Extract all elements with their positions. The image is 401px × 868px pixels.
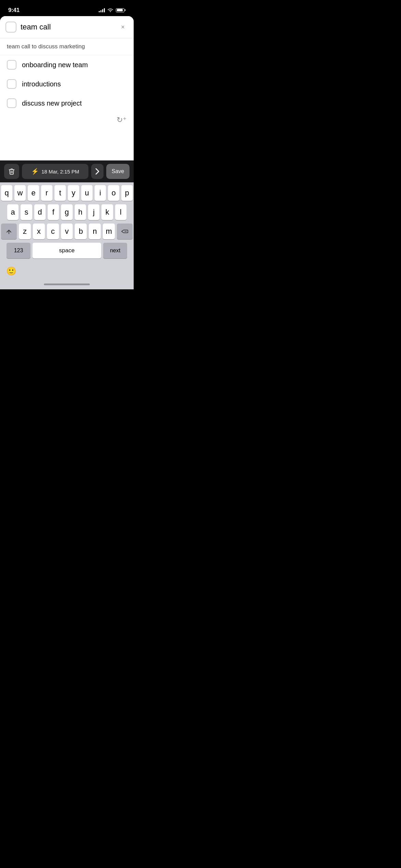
- save-button[interactable]: Save: [106, 164, 130, 179]
- key-emoji[interactable]: 🙂: [5, 263, 17, 279]
- key-w[interactable]: w: [14, 185, 26, 201]
- key-q[interactable]: q: [1, 185, 12, 201]
- key-h[interactable]: h: [75, 204, 86, 220]
- search-header: ×: [0, 16, 134, 38]
- header-checkbox[interactable]: [5, 22, 16, 33]
- key-shift[interactable]: [1, 224, 17, 239]
- key-f[interactable]: f: [48, 204, 59, 220]
- keyboard-row-2: a s d f g h j k l: [1, 204, 133, 220]
- key-n[interactable]: n: [89, 224, 101, 239]
- key-k[interactable]: k: [101, 204, 113, 220]
- refresh-icon[interactable]: ↻⁺: [117, 116, 127, 124]
- clear-button[interactable]: ×: [119, 22, 127, 32]
- key-o[interactable]: o: [108, 185, 119, 201]
- todo-item-2[interactable]: introductions: [0, 74, 134, 94]
- search-input[interactable]: [21, 23, 115, 32]
- key-delete[interactable]: [117, 224, 133, 239]
- key-d[interactable]: d: [34, 204, 46, 220]
- date-label: 18 Mar, 2:15 PM: [41, 169, 79, 174]
- todo-checkbox-1[interactable]: [7, 60, 16, 70]
- wifi-icon: [108, 8, 113, 13]
- key-s[interactable]: s: [21, 204, 32, 220]
- results-area: team call to discuss marketing onboardin…: [0, 38, 134, 160]
- refresh-icon-area: ↻⁺: [0, 113, 134, 127]
- key-j[interactable]: j: [88, 204, 99, 220]
- key-space[interactable]: space: [33, 243, 101, 258]
- trash-button[interactable]: [4, 164, 19, 179]
- key-u[interactable]: u: [81, 185, 93, 201]
- main-content: × team call to discuss marketing onboard…: [0, 16, 134, 289]
- key-b[interactable]: b: [75, 224, 87, 239]
- key-a[interactable]: a: [7, 204, 19, 220]
- todo-label-3: discuss new project: [22, 99, 82, 107]
- keyboard-row-3: z x c v b n m: [1, 224, 133, 239]
- key-i[interactable]: i: [95, 185, 106, 201]
- key-g[interactable]: g: [61, 204, 72, 220]
- subtitle-text: team call to discuss marketing: [0, 38, 134, 55]
- battery-icon: [116, 8, 125, 12]
- key-numbers[interactable]: 123: [7, 243, 31, 258]
- chevron-button[interactable]: [91, 164, 104, 179]
- keyboard: q w e r t y u i o p a s d f g h j k l: [0, 182, 134, 289]
- status-bar: 9:41: [0, 0, 134, 16]
- save-label: Save: [112, 168, 124, 174]
- todo-checkbox-3[interactable]: [7, 98, 16, 108]
- home-bar: [44, 284, 90, 285]
- lightning-icon: ⚡: [31, 168, 39, 175]
- todo-label-1: onboarding new team: [22, 61, 88, 69]
- key-r[interactable]: r: [41, 185, 52, 201]
- signal-icon: [99, 8, 105, 12]
- todo-checkbox-2[interactable]: [7, 79, 16, 89]
- key-e[interactable]: e: [28, 185, 39, 201]
- todo-label-2: introductions: [22, 80, 61, 88]
- key-t[interactable]: t: [54, 185, 66, 201]
- todo-item-3[interactable]: discuss new project: [0, 94, 134, 113]
- key-l[interactable]: l: [115, 204, 126, 220]
- status-icons: [99, 8, 125, 13]
- status-time: 9:41: [8, 7, 20, 14]
- key-p[interactable]: p: [121, 185, 133, 201]
- date-button[interactable]: ⚡ 18 Mar, 2:15 PM: [22, 164, 88, 179]
- key-next[interactable]: next: [103, 243, 127, 258]
- key-y[interactable]: y: [68, 185, 79, 201]
- key-m[interactable]: m: [103, 224, 115, 239]
- key-c[interactable]: c: [47, 224, 59, 239]
- key-z[interactable]: z: [19, 224, 31, 239]
- key-v[interactable]: v: [61, 224, 73, 239]
- home-indicator: [1, 280, 133, 288]
- todo-item-1[interactable]: onboarding new team: [0, 55, 134, 74]
- key-x[interactable]: x: [33, 224, 45, 239]
- bottom-toolbar: ⚡ 18 Mar, 2:15 PM Save: [0, 160, 134, 182]
- keyboard-row-1: q w e r t y u i o p: [1, 185, 133, 201]
- keyboard-row-4: 123 space next: [1, 243, 133, 258]
